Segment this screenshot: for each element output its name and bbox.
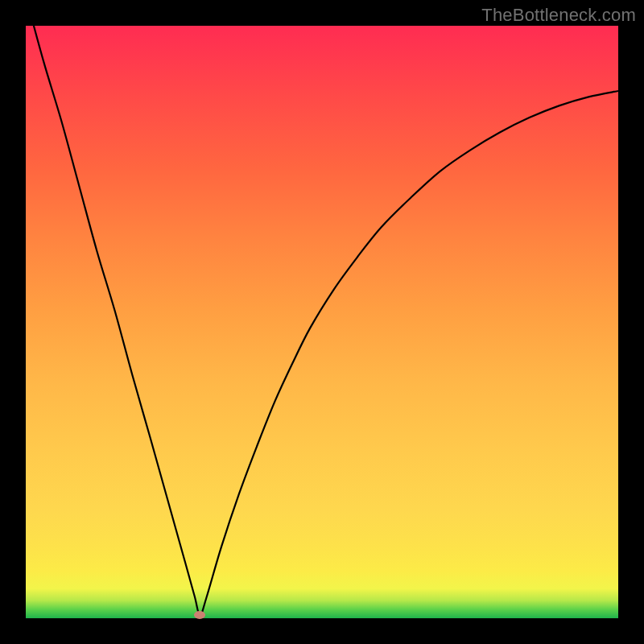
plot-area	[26, 26, 618, 618]
chart-frame: TheBottleneck.com	[0, 0, 644, 644]
bottleneck-curve	[26, 26, 618, 615]
optimum-marker	[194, 611, 205, 619]
curve-svg	[26, 26, 618, 618]
watermark-text: TheBottleneck.com	[481, 5, 636, 26]
